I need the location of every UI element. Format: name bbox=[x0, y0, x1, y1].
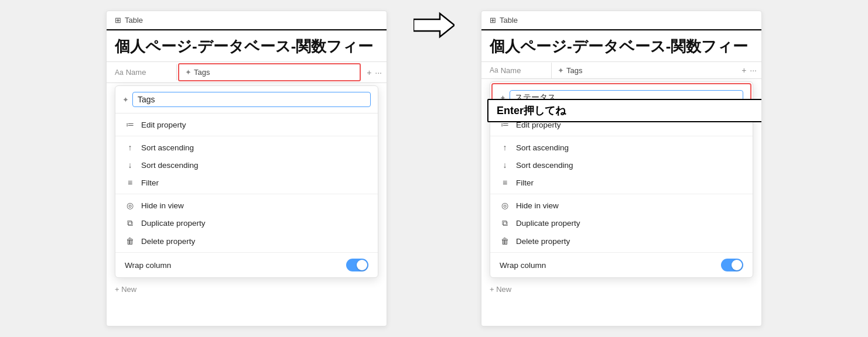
left-delete-label: Delete property bbox=[141, 237, 195, 246]
left-hide-label: Hide in view bbox=[141, 201, 184, 210]
left-dropdown-gear-icon: ✦ bbox=[122, 95, 129, 104]
left-page-title: 個人ページ-データベース-関数フィー bbox=[107, 30, 387, 61]
right-sort-desc[interactable]: ↓ Sort descending bbox=[490, 156, 753, 174]
left-edit-property-icon: ≔ bbox=[125, 120, 135, 129]
left-duplicate-label: Duplicate property bbox=[141, 219, 206, 228]
right-filter[interactable]: ≡ Filter bbox=[490, 174, 753, 191]
left-duplicate-property[interactable]: ⧉ Duplicate property bbox=[115, 214, 378, 232]
right-dots-icon[interactable]: ··· bbox=[750, 66, 757, 75]
right-col-tags[interactable]: ✦ Tags bbox=[552, 63, 737, 78]
left-hide-icon: ◎ bbox=[125, 201, 135, 210]
left-sort-desc-label: Sort descending bbox=[141, 161, 199, 170]
left-edit-property-label: Edit property bbox=[141, 121, 186, 129]
left-sort-asc[interactable]: ↑ Sort ascending bbox=[115, 139, 378, 156]
left-dropdown-input[interactable] bbox=[132, 92, 371, 107]
left-aa-icon: Aa bbox=[115, 68, 124, 77]
left-tags-gear-icon: ✦ bbox=[185, 68, 192, 77]
right-section-2: ↑ Sort ascending ↓ Sort descending ≡ Fil… bbox=[490, 136, 753, 194]
left-col-actions: + ··· bbox=[362, 64, 387, 81]
right-panel-header: ⊞ Table bbox=[481, 11, 761, 30]
right-delete-property[interactable]: 🗑 Delete property bbox=[490, 232, 753, 250]
right-hide-icon: ◎ bbox=[500, 201, 510, 210]
left-new-row[interactable]: + New bbox=[107, 280, 387, 298]
svg-marker-0 bbox=[414, 13, 454, 37]
left-wrap-row: Wrap column bbox=[115, 253, 378, 277]
left-hide-in-view[interactable]: ◎ Hide in view bbox=[115, 197, 378, 214]
right-wrap-toggle[interactable] bbox=[721, 259, 743, 271]
right-table-header: Aa Name ✦ Tags + ··· bbox=[481, 61, 761, 79]
right-delete-label: Delete property bbox=[516, 237, 570, 246]
arrow-container bbox=[411, 11, 457, 40]
left-sort-desc-icon: ↓ bbox=[125, 160, 135, 170]
right-wrap-label: Wrap column bbox=[500, 261, 546, 270]
left-col-name: Aa Name bbox=[107, 64, 177, 80]
left-dots-icon[interactable]: ··· bbox=[375, 68, 382, 77]
left-sort-asc-icon: ↑ bbox=[125, 143, 135, 152]
right-sort-asc-label: Sort ascending bbox=[516, 143, 569, 152]
left-section-3: ◎ Hide in view ⧉ Duplicate property 🗑 De… bbox=[115, 194, 378, 253]
right-filter-icon: ≡ bbox=[500, 178, 510, 187]
enter-label: Enter押してね bbox=[487, 99, 762, 122]
left-add-column-icon[interactable]: + bbox=[367, 68, 371, 77]
left-panel-header: ⊞ Table bbox=[107, 11, 387, 30]
left-col-tags[interactable]: ✦ Tags bbox=[178, 63, 361, 81]
right-col-name: Aa Name bbox=[481, 63, 552, 78]
right-sort-asc[interactable]: ↑ Sort ascending bbox=[490, 139, 753, 156]
right-wrap-row: Wrap column bbox=[490, 253, 753, 277]
left-section-2: ↑ Sort ascending ↓ Sort descending ≡ Fil… bbox=[115, 136, 378, 194]
right-sort-asc-icon: ↑ bbox=[500, 143, 510, 152]
left-duplicate-icon: ⧉ bbox=[125, 218, 135, 228]
left-wrap-label: Wrap column bbox=[125, 261, 171, 270]
left-sort-asc-label: Sort ascending bbox=[141, 143, 194, 152]
left-table-icon: ⊞ bbox=[115, 16, 121, 25]
left-filter-icon: ≡ bbox=[125, 178, 135, 187]
left-filter[interactable]: ≡ Filter bbox=[115, 174, 378, 191]
right-add-column-icon[interactable]: + bbox=[741, 66, 746, 75]
right-table-icon: ⊞ bbox=[490, 16, 496, 25]
left-dropdown-top: ✦ bbox=[115, 86, 378, 114]
right-tags-label: Tags bbox=[566, 66, 582, 75]
right-toggle-knob bbox=[732, 260, 742, 270]
right-duplicate-property[interactable]: ⧉ Duplicate property bbox=[490, 214, 753, 232]
right-delete-icon: 🗑 bbox=[500, 236, 510, 246]
left-table-header: Aa Name ✦ Tags + ··· bbox=[107, 61, 387, 83]
right-table-title: Table bbox=[500, 16, 518, 25]
right-filter-label: Filter bbox=[516, 178, 534, 187]
right-sort-desc-icon: ↓ bbox=[500, 160, 510, 170]
right-aa-icon: Aa bbox=[490, 66, 498, 74]
right-name-label: Name bbox=[501, 66, 521, 75]
left-tags-label: Tags bbox=[194, 68, 210, 77]
right-new-label: + New bbox=[490, 285, 511, 294]
left-name-label: Name bbox=[126, 68, 146, 77]
left-panel: ⊞ Table 個人ページ-データベース-関数フィー Aa Name ✦ Tag… bbox=[106, 11, 387, 326]
right-duplicate-label: Duplicate property bbox=[516, 219, 580, 228]
left-wrap-toggle[interactable] bbox=[346, 259, 368, 271]
right-col-actions: + ··· bbox=[737, 62, 761, 78]
right-tags-gear-icon: ✦ bbox=[558, 66, 564, 75]
left-new-label: + New bbox=[115, 285, 136, 294]
left-toggle-knob bbox=[357, 260, 367, 270]
right-hide-in-view[interactable]: ◎ Hide in view bbox=[490, 197, 753, 214]
arrow-icon bbox=[414, 11, 454, 40]
left-table-title: Table bbox=[125, 16, 143, 25]
right-duplicate-icon: ⧉ bbox=[500, 218, 510, 228]
right-panel: ⊞ Table 個人ページ-データベース-関数フィー Aa Name ✦ Tag… bbox=[481, 11, 762, 326]
left-delete-icon: 🗑 bbox=[125, 236, 135, 246]
left-delete-property[interactable]: 🗑 Delete property bbox=[115, 232, 378, 250]
left-sort-desc[interactable]: ↓ Sort descending bbox=[115, 156, 378, 174]
left-edit-property[interactable]: ≔ Edit property bbox=[115, 116, 378, 133]
right-sort-desc-label: Sort descending bbox=[516, 161, 573, 170]
left-filter-label: Filter bbox=[141, 178, 159, 187]
right-section-3: ◎ Hide in view ⧉ Duplicate property 🗑 De… bbox=[490, 194, 753, 253]
left-section-1: ≔ Edit property bbox=[115, 114, 378, 136]
right-page-title: 個人ページ-データベース-関数フィー bbox=[481, 30, 761, 61]
right-hide-label: Hide in view bbox=[516, 201, 559, 210]
right-new-row[interactable]: + New bbox=[481, 280, 761, 298]
left-dropdown: ✦ ≔ Edit property ↑ Sort ascending ↓ Sor… bbox=[115, 85, 378, 278]
